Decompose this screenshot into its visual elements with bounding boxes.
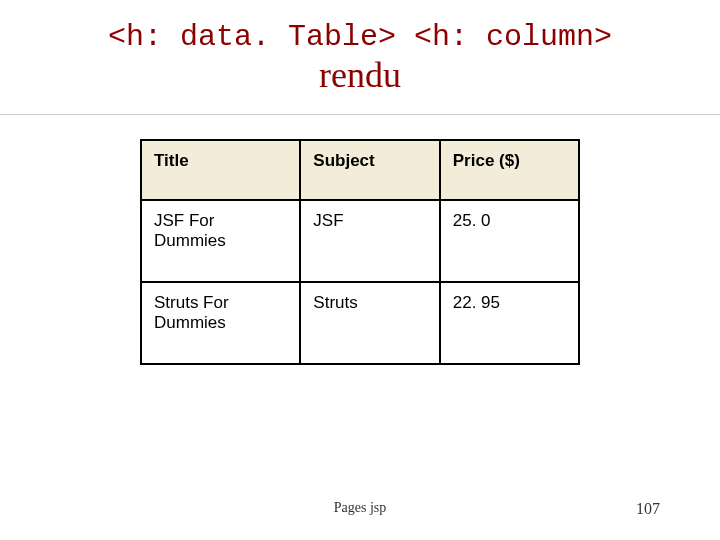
footer: Pages jsp 107 <box>0 500 720 518</box>
footer-center: Pages jsp <box>334 500 387 516</box>
code-left: <h: data. Table> <box>108 20 396 54</box>
header-price: Price ($) <box>440 140 579 200</box>
slide-title: <h: data. Table> <h: column> rendu <box>60 20 660 96</box>
divider <box>0 114 720 115</box>
slide: <h: data. Table> <h: column> rendu Title… <box>0 0 720 540</box>
cell-price: 25. 0 <box>440 200 579 282</box>
cell-subject: Struts <box>300 282 439 364</box>
table-row: JSF For Dummies JSF 25. 0 <box>141 200 579 282</box>
table-header-row: Title Subject Price ($) <box>141 140 579 200</box>
header-subject: Subject <box>300 140 439 200</box>
data-table: Title Subject Price ($) JSF For Dummies … <box>140 139 580 365</box>
code-right: <h: column> <box>396 20 612 54</box>
cell-subject: JSF <box>300 200 439 282</box>
table-row: Struts For Dummies Struts 22. 95 <box>141 282 579 364</box>
data-table-wrap: Title Subject Price ($) JSF For Dummies … <box>140 139 580 365</box>
header-title: Title <box>141 140 300 200</box>
cell-title: Struts For Dummies <box>141 282 300 364</box>
page-number: 107 <box>636 500 660 518</box>
title-code-line: <h: data. Table> <h: column> <box>60 20 660 54</box>
title-word: rendu <box>60 54 660 96</box>
cell-title: JSF For Dummies <box>141 200 300 282</box>
cell-price: 22. 95 <box>440 282 579 364</box>
